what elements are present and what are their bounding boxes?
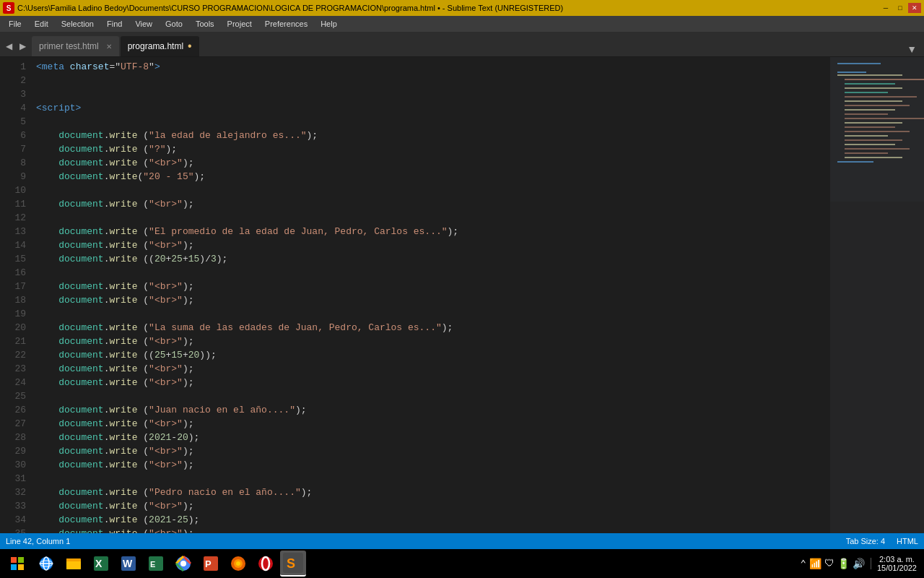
svg-point-49 bbox=[258, 556, 273, 571]
clock[interactable]: 2:03 a. m. 15/01/2022 bbox=[877, 555, 917, 572]
svg-rect-13 bbox=[845, 113, 888, 115]
line-num-33: 33 bbox=[0, 499, 26, 513]
svg-rect-24 bbox=[837, 161, 873, 163]
code-line-32: document.write ("Pedro nacio en el año..… bbox=[36, 486, 824, 499]
line-num-10: 10 bbox=[0, 184, 26, 197]
start-button[interactable] bbox=[3, 549, 32, 578]
menu-preferences[interactable]: Preferences bbox=[259, 18, 313, 30]
line-num-14: 14 bbox=[0, 238, 26, 252]
editor-container: 1 2 3 4 5 6 7 8 9 10 11 12 13 14 15 16 1… bbox=[0, 57, 924, 533]
taskbar-excel-button[interactable]: X bbox=[88, 551, 114, 577]
tab-navigation: ◀ ▶ bbox=[3, 36, 29, 56]
menu-edit[interactable]: Edit bbox=[29, 18, 54, 30]
taskbar-chrome-button[interactable] bbox=[170, 551, 196, 577]
line-num-22: 22 bbox=[0, 348, 26, 362]
svg-rect-34 bbox=[66, 561, 81, 569]
code-line-19 bbox=[36, 307, 824, 321]
code-line-29: document.write ("<br>"); bbox=[36, 444, 824, 458]
maximize-button[interactable]: □ bbox=[894, 3, 907, 13]
line-num-34: 34 bbox=[0, 513, 26, 527]
taskbar-excel2-button[interactable]: E bbox=[143, 551, 169, 577]
svg-text:X: X bbox=[95, 558, 103, 569]
tab-primer-test[interactable]: primer test.html ✕ bbox=[32, 36, 119, 56]
window-controls: ─ □ ✕ bbox=[879, 3, 921, 13]
line-num-13: 13 bbox=[0, 225, 26, 238]
system-tray: ⌃ 📶 🛡 🔋 🔊 2:03 a. m. 15/01/2022 bbox=[796, 555, 922, 572]
line-num-19: 19 bbox=[0, 307, 26, 321]
word-icon: W bbox=[120, 555, 137, 572]
line-num-21: 21 bbox=[0, 335, 26, 348]
tab-prev-button[interactable]: ◀ bbox=[3, 40, 15, 53]
code-line-1: <meta charset="UTF-8"> bbox=[36, 60, 824, 74]
menu-tools[interactable]: Tools bbox=[190, 18, 220, 30]
taskbar-ie-button[interactable] bbox=[33, 551, 59, 577]
line-num-5: 5 bbox=[0, 115, 26, 129]
sublime-icon: S bbox=[283, 553, 303, 573]
tray-sound-icon: 🔊 bbox=[853, 558, 865, 570]
close-button[interactable]: ✕ bbox=[908, 3, 921, 13]
svg-rect-5 bbox=[845, 79, 924, 80]
code-line-16 bbox=[36, 266, 824, 280]
explorer-icon bbox=[65, 555, 82, 572]
taskbar-explorer-button[interactable] bbox=[61, 551, 87, 577]
minimize-button[interactable]: ─ bbox=[879, 3, 892, 13]
tray-up-arrow[interactable]: ⌃ bbox=[801, 558, 806, 570]
code-line-34: document.write (2021-25); bbox=[36, 513, 824, 527]
line-num-2: 2 bbox=[0, 74, 26, 87]
code-line-5 bbox=[36, 115, 824, 129]
tab-programa[interactable]: programa.html • bbox=[121, 36, 199, 56]
taskbar-sublime-button[interactable]: S bbox=[280, 551, 306, 577]
svg-text:S: S bbox=[287, 556, 295, 571]
code-line-12 bbox=[36, 211, 824, 225]
line-num-18: 18 bbox=[0, 293, 26, 307]
svg-rect-28 bbox=[18, 564, 24, 570]
taskbar-firefox-button[interactable] bbox=[225, 551, 251, 577]
svg-rect-4 bbox=[837, 74, 902, 76]
app-icon: S bbox=[3, 2, 14, 14]
code-line-18: document.write ("<br>"); bbox=[36, 293, 824, 307]
code-line-15: document.write ((20+25+15)/3); bbox=[36, 252, 824, 266]
excel2-icon: E bbox=[147, 555, 165, 572]
tray-divider bbox=[871, 558, 871, 569]
tab-label: primer test.html bbox=[39, 41, 99, 51]
tab-dropdown-button[interactable]: ▼ bbox=[902, 42, 921, 56]
menu-selection[interactable]: Selection bbox=[56, 18, 100, 30]
code-area[interactable]: <meta charset="UTF-8"> <script> document… bbox=[30, 57, 830, 533]
line-num-23: 23 bbox=[0, 362, 26, 376]
code-line-28: document.write (2021-20); bbox=[36, 431, 824, 444]
menu-find[interactable]: Find bbox=[101, 18, 128, 30]
line-num-12: 12 bbox=[0, 211, 26, 225]
menu-project[interactable]: Project bbox=[222, 18, 258, 30]
code-line-31 bbox=[36, 472, 824, 486]
menu-view[interactable]: View bbox=[129, 18, 158, 30]
svg-rect-7 bbox=[845, 87, 902, 89]
tab-close-icon[interactable]: ✕ bbox=[106, 43, 112, 51]
clock-date: 15/01/2022 bbox=[877, 564, 917, 572]
svg-text:E: E bbox=[150, 560, 155, 569]
taskbar-opera-button[interactable] bbox=[253, 551, 279, 577]
windows-icon bbox=[11, 557, 24, 570]
code-line-25 bbox=[36, 389, 824, 403]
menu-help[interactable]: Help bbox=[315, 18, 343, 30]
taskbar-word-button[interactable]: W bbox=[116, 551, 141, 577]
svg-rect-18 bbox=[845, 135, 888, 137]
svg-rect-10 bbox=[845, 100, 902, 102]
line-num-26: 26 bbox=[0, 403, 26, 417]
menu-goto[interactable]: Goto bbox=[160, 18, 188, 30]
status-tab-size: Tab Size: 4 bbox=[846, 537, 885, 545]
line-num-16: 16 bbox=[0, 266, 26, 280]
svg-rect-14 bbox=[845, 118, 924, 119]
line-num-35: 35 bbox=[0, 527, 26, 533]
svg-point-43 bbox=[180, 561, 186, 566]
menu-file[interactable]: File bbox=[3, 18, 27, 30]
tab-next-button[interactable]: ▶ bbox=[17, 40, 29, 53]
title-bar: S C:\Users\Familia Ladino Bedoy\Document… bbox=[0, 0, 924, 16]
code-line-22: document.write ((25+15+20)); bbox=[36, 348, 824, 362]
tray-icons: ⌃ 📶 🛡 🔋 🔊 bbox=[801, 558, 865, 570]
code-line-6: document.write ("la edad de alejandro es… bbox=[36, 129, 824, 142]
taskbar-ppt-button[interactable]: P bbox=[198, 551, 224, 577]
line-num-25: 25 bbox=[0, 389, 26, 403]
code-line-21: document.write ("<br>"); bbox=[36, 335, 824, 348]
svg-rect-9 bbox=[845, 96, 917, 98]
svg-rect-11 bbox=[845, 105, 910, 106]
